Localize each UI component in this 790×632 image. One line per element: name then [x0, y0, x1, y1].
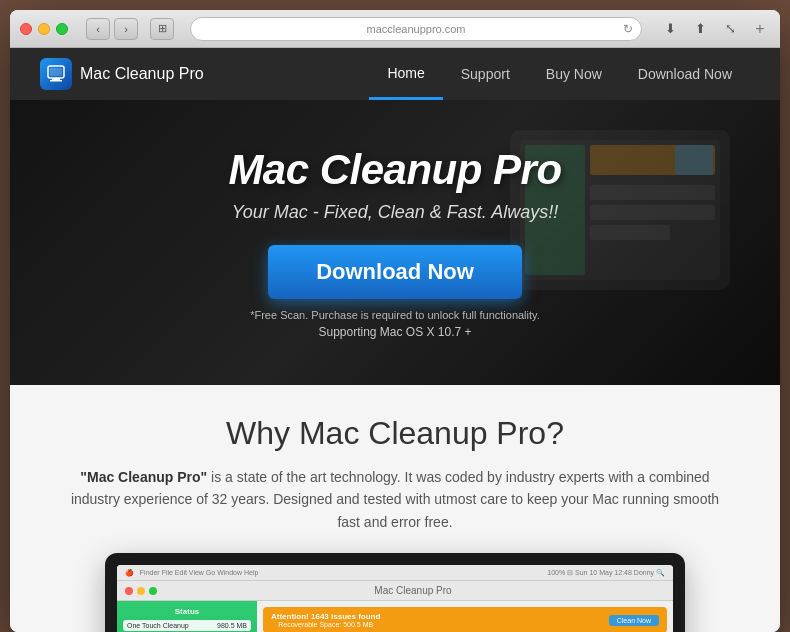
share-icon[interactable]: ⬆	[688, 18, 712, 40]
mac-screen-body: Status One Touch Cleanup 980.5 MB Cleane…	[117, 601, 673, 632]
mac-minimize-dot	[137, 587, 145, 595]
mac-recoverable-text: Recoverable Space: 500.5 MB	[271, 621, 380, 628]
minimize-button[interactable]	[38, 23, 50, 35]
svg-rect-1	[52, 78, 60, 80]
expand-icon[interactable]: ⤡	[718, 18, 742, 40]
hero-section: Mac Cleanup Pro Your Mac - Fixed, Clean …	[10, 100, 780, 385]
mac-screen-bar: Mac Cleanup Pro	[117, 581, 673, 601]
mac-screen: 🍎 Finder File Edit View Go Window Help 1…	[117, 565, 673, 632]
window-expand-button[interactable]: ⊞	[150, 18, 174, 40]
download-icon[interactable]: ⬇	[658, 18, 682, 40]
hero-title: Mac Cleanup Pro	[228, 146, 561, 194]
add-tab-button[interactable]: +	[750, 19, 770, 39]
mac-close-dot	[125, 587, 133, 595]
svg-rect-2	[50, 80, 62, 82]
mac-topbar-right-text: 100% ⊟ Sun 10 May 12:48 Donny 🔍	[547, 569, 665, 577]
traffic-lights	[20, 23, 68, 35]
mac-sidebar-one-touch: One Touch Cleanup 980.5 MB	[123, 620, 251, 631]
nav-item-download-now[interactable]: Download Now	[620, 48, 750, 100]
nav-item-support[interactable]: Support	[443, 48, 528, 100]
maximize-button[interactable]	[56, 23, 68, 35]
svg-rect-8	[590, 185, 715, 200]
forward-button[interactable]: ›	[114, 18, 138, 40]
mac-alert-bar: Attention! 1643 issues found Recoverable…	[263, 607, 667, 632]
nav-item-home[interactable]: Home	[369, 48, 442, 100]
mac-expand-dot	[149, 587, 157, 595]
mac-topbar-left: 🍎 Finder File Edit View Go Window Help	[125, 569, 258, 577]
why-title: Why Mac Cleanup Pro?	[70, 415, 720, 452]
mac-topbar: 🍎 Finder File Edit View Go Window Help 1…	[117, 565, 673, 581]
mac-display: 🍎 Finder File Edit View Go Window Help 1…	[105, 553, 685, 632]
hero-support-text: Supporting Mac OS X 10.7 +	[318, 325, 471, 339]
mac-status-label: Status	[123, 607, 251, 616]
hero-download-button[interactable]: Download Now	[268, 245, 522, 299]
svg-rect-3	[50, 68, 62, 76]
browser-window: ‹ › ⊞ maccleanuppro.com ↻ ⬇ ⬆ ⤡ +	[10, 10, 780, 632]
mac-main-area: Attention! 1643 issues found Recoverable…	[257, 601, 673, 632]
toolbar-right: ⬇ ⬆ ⤡	[658, 18, 742, 40]
mac-sidebar: Status One Touch Cleanup 980.5 MB Cleane…	[117, 601, 257, 632]
mac-alert-content: Attention! 1643 issues found Recoverable…	[271, 612, 380, 628]
why-brand-name: "Mac Cleanup Pro"	[80, 469, 207, 485]
hero-subtitle: Your Mac - Fixed, Clean & Fast. Always!!	[232, 202, 558, 223]
site-logo: Mac Cleanup Pro	[40, 58, 204, 90]
svg-rect-10	[590, 225, 670, 240]
nav-buttons: ‹ ›	[86, 18, 138, 40]
close-button[interactable]	[20, 23, 32, 35]
svg-rect-11	[675, 145, 713, 175]
address-text: maccleanuppro.com	[366, 23, 465, 35]
hero-content: Mac Cleanup Pro Your Mac - Fixed, Clean …	[228, 146, 561, 339]
why-section: Why Mac Cleanup Pro? "Mac Cleanup Pro" i…	[10, 385, 780, 632]
site-navigation: Mac Cleanup Pro Home Support Buy Now Dow…	[10, 48, 780, 100]
logo-icon	[40, 58, 72, 90]
why-description: "Mac Cleanup Pro" is a state of the art …	[70, 466, 720, 533]
mac-window-title: Mac Cleanup Pro	[161, 585, 665, 596]
address-bar[interactable]: maccleanuppro.com ↻	[190, 17, 642, 41]
browser-titlebar: ‹ › ⊞ maccleanuppro.com ↻ ⬇ ⬆ ⤡ +	[10, 10, 780, 48]
website: Mac Cleanup Pro Home Support Buy Now Dow…	[10, 48, 780, 632]
mac-alert-text: Attention! 1643 issues found	[271, 612, 380, 621]
back-button[interactable]: ‹	[86, 18, 110, 40]
nav-menu: Home Support Buy Now Download Now	[369, 48, 750, 100]
mac-topbar-right: 100% ⊟ Sun 10 May 12:48 Donny 🔍	[547, 569, 665, 577]
svg-rect-9	[590, 205, 715, 220]
logo-text: Mac Cleanup Pro	[80, 65, 204, 83]
mac-clean-button[interactable]: Clean Now	[609, 615, 659, 626]
hero-note: *Free Scan. Purchase is required to unlo…	[250, 309, 540, 321]
nav-item-buy-now[interactable]: Buy Now	[528, 48, 620, 100]
reload-icon[interactable]: ↻	[623, 22, 633, 36]
